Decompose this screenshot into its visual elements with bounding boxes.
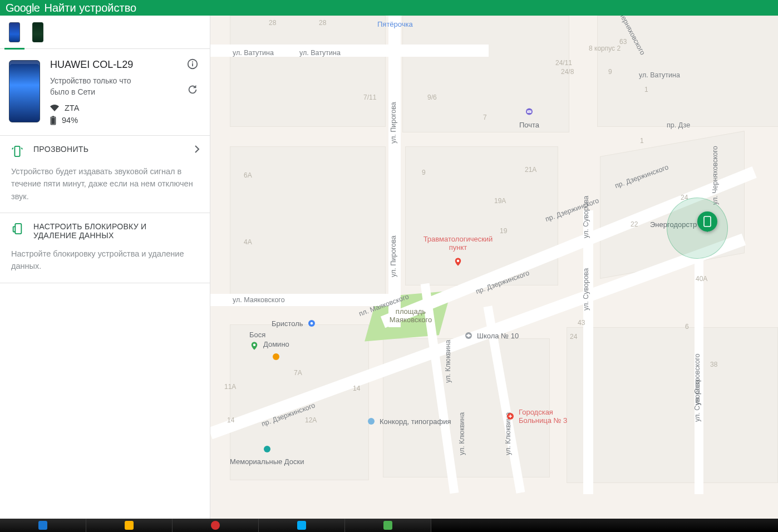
taskbar-item[interactable] — [259, 519, 345, 532]
svg-point-11 — [310, 322, 313, 325]
shop-pin-icon — [307, 318, 317, 328]
road-label: ул. Суворова — [582, 196, 590, 238]
app-icon — [383, 521, 392, 530]
poi-bosya[interactable]: Бося — [249, 331, 265, 339]
action-ring-desc: Устройство будет издавать звуковой сигна… — [11, 165, 199, 203]
svg-rect-6 — [14, 146, 19, 156]
poi-domino[interactable]: Домино — [263, 340, 289, 362]
road-label: ул. Пирогова — [390, 102, 397, 144]
action-secure-desc: Настройте блокировку устройства и удален… — [11, 248, 199, 273]
device-pin — [697, 211, 717, 231]
battery-row: 94% — [50, 116, 201, 125]
device-location[interactable] — [697, 211, 717, 231]
svg-point-15 — [368, 418, 375, 425]
monument-pin-icon — [262, 444, 272, 454]
app-icon — [211, 521, 220, 530]
food-pin-icon — [271, 352, 281, 362]
road-label: ул. Ватутина — [233, 49, 274, 57]
poi-bristol[interactable]: Бристоль — [272, 318, 317, 328]
road-label: ул. Маяковского — [233, 296, 285, 304]
svg-rect-7 — [15, 224, 21, 234]
taskbar-item[interactable] — [0, 519, 86, 532]
map[interactable]: ул. Ватутина ул. Ватутина ул. Ватутина у… — [210, 16, 778, 519]
road-label: пр. Дзе — [667, 121, 690, 129]
road — [388, 16, 401, 327]
action-ring-title: ПРОЗВОНИТЬ — [33, 145, 88, 154]
device-tabs — [0, 16, 210, 49]
accuracy-circle — [667, 198, 728, 259]
refresh-icon — [186, 83, 199, 96]
device-card: HUAWEI COL-L29 Устройство только что был… — [0, 49, 210, 136]
mail-pin-icon — [524, 107, 534, 117]
hospital-pin-icon — [505, 411, 515, 421]
device-image — [9, 60, 40, 122]
poi-pin[interactable] — [249, 341, 259, 351]
app-title: Найти устройство — [45, 2, 137, 14]
chevron-right-icon — [194, 145, 200, 154]
svg-point-12 — [273, 353, 279, 360]
road-label: ул. Черняховского — [711, 146, 719, 205]
map-block — [230, 16, 386, 127]
road-label: ул. Ватутина — [299, 49, 341, 57]
battery-icon — [50, 116, 56, 125]
taskbar-item[interactable] — [86, 519, 173, 532]
ring-phone-icon — [11, 145, 23, 157]
phone-icon — [32, 22, 43, 42]
poi-konkord[interactable]: Конкорд, типография — [366, 416, 451, 426]
poi-memorial[interactable]: Мемориальные Доски — [230, 444, 304, 466]
action-ring[interactable]: ПРОЗВОНИТЬ Устройство будет издавать зву… — [0, 136, 210, 213]
app-icon — [38, 521, 47, 530]
map-block — [597, 16, 778, 127]
refresh-button[interactable] — [186, 83, 199, 96]
wifi-icon — [50, 104, 59, 112]
lock-phone-icon — [11, 223, 23, 235]
svg-rect-1 — [52, 116, 54, 117]
taskbar-item[interactable] — [173, 519, 259, 532]
poi-mayak-square[interactable]: площадь Маяковского — [383, 307, 439, 324]
sidebar: HUAWEI COL-L29 Устройство только что был… — [0, 16, 210, 519]
road-label: ул. Островского — [693, 354, 701, 405]
battery-level: 94% — [62, 116, 78, 125]
road-label: ул. Клюквина — [458, 412, 466, 455]
taskbar-item[interactable] — [345, 519, 431, 532]
school-pin-icon — [464, 331, 474, 341]
poi-pochta[interactable]: Почта — [519, 107, 539, 129]
svg-rect-18 — [704, 216, 711, 226]
app-icon — [297, 521, 306, 530]
svg-point-9 — [457, 260, 460, 263]
place-pin-icon — [366, 416, 376, 426]
google-logo: Google — [6, 2, 40, 14]
device-status: Устройство только что было в Сети — [50, 75, 139, 98]
poi-hospital3[interactable]: Городская Больница № 3 — [505, 408, 574, 425]
phone-icon — [9, 22, 20, 42]
road-label: ул. Ватутина — [639, 71, 680, 79]
app-header: Google Найти устройство — [0, 0, 778, 16]
info-button[interactable] — [186, 58, 199, 70]
app-icon — [125, 521, 134, 530]
action-secure-title: НАСТРОИТЬ БЛОКИРОВКУ И УДАЛЕНИЕ ДАННЫХ — [33, 222, 189, 240]
info-icon — [186, 58, 199, 70]
device-tab-1[interactable] — [31, 21, 45, 43]
taskbar[interactable] — [0, 519, 778, 532]
map-block — [567, 327, 778, 483]
road-label: ул. Клюквина — [444, 340, 452, 383]
wifi-name: ZTA — [65, 104, 79, 112]
device-tab-0[interactable] — [8, 21, 21, 43]
map-block — [230, 146, 386, 297]
road-label: ул. Суворова — [582, 268, 590, 311]
medical-pin-icon — [453, 257, 463, 267]
poi-school10[interactable]: Школа № 10 — [464, 331, 519, 341]
device-name: HUAWEI COL-L29 — [50, 59, 201, 71]
svg-rect-2 — [51, 117, 55, 124]
svg-point-13 — [253, 344, 256, 347]
phone-icon — [703, 216, 711, 227]
road — [583, 210, 593, 494]
poi-travmpunkt[interactable]: Травматологический пункт — [416, 235, 500, 269]
poi-pyaterochka[interactable]: Пятёрочка — [377, 20, 413, 28]
svg-point-17 — [264, 446, 270, 452]
wifi-row: ZTA — [50, 104, 201, 112]
svg-point-5 — [192, 61, 193, 62]
svg-rect-4 — [192, 63, 193, 67]
action-secure[interactable]: НАСТРОИТЬ БЛОКИРОВКУ И УДАЛЕНИЕ ДАННЫХ Н… — [0, 213, 210, 283]
road-label: ул. Пирогова — [390, 235, 397, 277]
